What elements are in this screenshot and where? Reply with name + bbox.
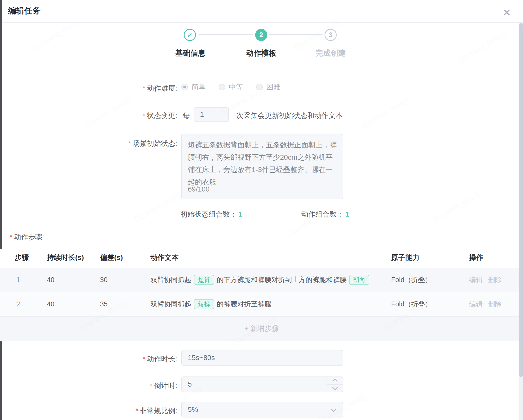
required-mark: * (10, 233, 12, 241)
object-tag[interactable]: 短裤 (194, 299, 214, 309)
step2-circle: 2 (255, 29, 267, 41)
col-offset: 偏差(s) (100, 253, 123, 262)
difficulty-label: *动作难度: (0, 83, 177, 93)
state-change-prefix: 每 (183, 111, 190, 120)
orientation-tag[interactable]: 朝向 (349, 275, 369, 285)
number-spinner (327, 377, 343, 392)
step2-label: 动作模板 (246, 48, 276, 58)
edit-link[interactable]: 编辑 (469, 300, 483, 309)
action-text-part: 的下方裤腿和裤腰对折到上方的裤腿和裤腰 (217, 275, 347, 284)
action-duration-input[interactable]: 15s~80s (181, 350, 343, 366)
radio-selected-icon (181, 84, 188, 90)
difficulty-radio-group: 简单 中等 困难 (181, 82, 280, 92)
increase-button[interactable] (327, 377, 343, 385)
action-steps-section-label: *动作步骤: (10, 232, 44, 242)
countdown-label-text: 倒计时: (154, 382, 177, 389)
ability-value: Fold（折叠） (391, 275, 432, 284)
required-mark: * (143, 112, 145, 119)
close-icon: ✕ (503, 8, 511, 17)
col-ability: 原子能力 (391, 253, 419, 262)
initial-combo-label: 初始状态组合数： (180, 210, 237, 218)
action-text: 双臂协同抓起 短裤 的下方裤腿和裤腰对折到上方的裤腿和裤腰 朝向 (150, 275, 369, 285)
watermark: {{current_time}} (32, 18, 81, 52)
add-step-row[interactable]: + 新增步骤 (0, 316, 523, 341)
action-text: 双臂协同抓起 短裤 的裤腰对折至裤腿 (150, 299, 271, 309)
add-step-button[interactable]: + 新增步骤 (244, 324, 279, 333)
table-row: 2 40 35 双臂协同抓起 短裤 的裤腰对折至裤腿 Fold（折叠） 编辑 删… (0, 292, 523, 316)
table-header-row: 步骤 持续时长(s) 偏差(s) 动作文本 原子能力 操作 (0, 249, 523, 268)
action-combo-label: 动作组合数： (301, 210, 344, 218)
col-step: 步骤 (15, 253, 29, 262)
state-change-input[interactable]: 1 (194, 107, 229, 122)
action-steps-label-text: 动作步骤: (14, 233, 44, 241)
initial-combo-count: 初始状态组合数：1 (180, 209, 243, 219)
table-row: 1 40 30 双臂协同抓起 短裤 的下方裤腿和裤腰对折到上方的裤腿和裤腰 朝向… (0, 268, 523, 292)
watermark: {{current_time}} (432, 190, 481, 224)
dialog-title: 编辑任务 (8, 6, 41, 16)
initial-state-textarea[interactable]: 短裤五条数据背面朝上，五条数据正面朝上，裤腰朝右，离头部视野下方至少20cm之外… (181, 134, 343, 199)
action-duration-label: *动作时长: (0, 354, 177, 364)
radio-easy[interactable]: 简单 (181, 82, 206, 92)
required-mark: * (143, 84, 145, 92)
countdown-label: *倒计时: (0, 381, 177, 390)
initial-state-label-text: 场景初始状态: (133, 139, 177, 147)
initial-state-label: *场景初始状态: (0, 139, 177, 148)
required-mark: * (135, 407, 138, 415)
action-combo-count: 动作组合数：1 (301, 209, 349, 219)
required-mark: * (143, 355, 145, 363)
step-number: 1 (16, 276, 20, 284)
step-number: 2 (16, 300, 20, 308)
radio-hard-label: 困难 (266, 82, 280, 92)
state-change-suffix: 次采集会更新初始状态和动作文本 (236, 111, 343, 120)
duration-value: 40 (47, 276, 54, 284)
radio-medium-label: 中等 (229, 82, 243, 92)
edit-link[interactable]: 编辑 (469, 275, 483, 284)
delete-link[interactable]: 删除 (488, 300, 502, 309)
chevron-down-icon (330, 406, 336, 412)
col-action-text: 动作文本 (150, 253, 179, 262)
object-tag[interactable]: 短裤 (194, 275, 214, 285)
watermark: {{current_time}} (361, 96, 410, 130)
unusual-ratio-select[interactable]: 5% (181, 402, 343, 417)
state-change-label-text: 状态变更: (147, 112, 177, 119)
initial-combo-value: 1 (238, 210, 243, 218)
chevron-up-icon (332, 379, 337, 384)
watermark: {{current_time}} (457, 31, 507, 64)
action-text-part: 双臂协同抓起 (150, 300, 191, 309)
step3-circle: 3 (325, 29, 337, 41)
action-text-part: 双臂协同抓起 (150, 275, 191, 284)
action-text-part: 的裤腰对折至裤腿 (217, 300, 271, 309)
radio-hard[interactable]: 困难 (256, 82, 280, 92)
offset-value: 30 (100, 276, 108, 284)
step2-number: 2 (259, 31, 263, 39)
unusual-ratio-label: *非常规比例: (0, 406, 177, 416)
scrollbar-thumb[interactable] (519, 23, 523, 377)
chevron-down-icon (332, 385, 337, 390)
offset-value: 35 (100, 300, 108, 308)
step1-check-icon: ✓ (184, 29, 196, 41)
check-glyph: ✓ (187, 31, 193, 39)
unusual-ratio-label-text: 非常规比例: (140, 407, 177, 415)
countdown-input[interactable]: 5 (181, 376, 343, 392)
action-combo-value: 1 (345, 210, 349, 218)
step-connector-2 (269, 34, 323, 35)
char-counter: 69/100 (188, 183, 210, 195)
required-mark: * (150, 382, 152, 389)
countdown-value: 5 (188, 380, 192, 388)
step3-number: 3 (329, 31, 332, 39)
radio-dot (183, 86, 186, 88)
radio-medium[interactable]: 中等 (219, 82, 243, 92)
delete-link[interactable]: 删除 (488, 275, 502, 284)
required-mark: * (128, 139, 131, 147)
header-divider (2, 22, 523, 23)
col-duration: 持续时长(s) (47, 253, 84, 262)
initial-state-text: 短裤五条数据背面朝上，五条数据正面朝上，裤腰朝右，离头部视野下方至少20cm之外… (188, 141, 337, 186)
ability-value: Fold（折叠） (391, 300, 432, 309)
difficulty-label-text: 动作难度: (147, 84, 177, 92)
scrollbar-track[interactable] (519, 23, 523, 420)
unusual-ratio-value: 5% (188, 406, 198, 413)
step-connector-1 (198, 34, 253, 35)
close-button[interactable]: ✕ (500, 6, 514, 20)
decrease-button[interactable] (327, 385, 343, 392)
col-operations: 操作 (469, 253, 483, 262)
